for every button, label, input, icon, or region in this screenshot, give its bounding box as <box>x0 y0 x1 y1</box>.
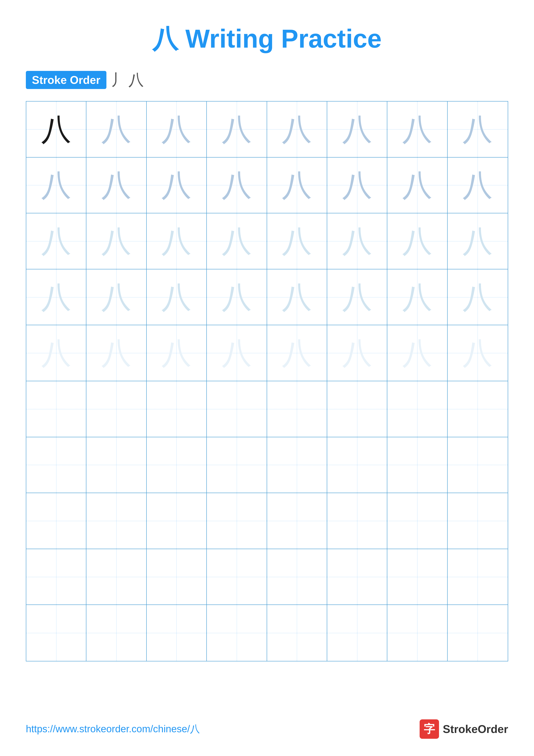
grid-cell[interactable]: 八 <box>387 213 447 269</box>
grid-cell[interactable] <box>447 381 508 437</box>
logo-icon: 字 <box>420 719 439 739</box>
grid-cell[interactable]: 八 <box>207 157 267 214</box>
grid-cell[interactable]: 八 <box>387 325 447 381</box>
grid-cell[interactable]: 八 <box>87 325 146 381</box>
grid-cell[interactable] <box>87 381 146 437</box>
grid-cell[interactable] <box>327 549 387 605</box>
grid-cell[interactable] <box>207 493 267 549</box>
grid-cell[interactable] <box>87 437 146 493</box>
grid-cell[interactable]: 八 <box>207 325 267 381</box>
practice-char: 八 <box>41 338 71 368</box>
grid-cell[interactable] <box>26 605 87 661</box>
grid-cell[interactable] <box>207 437 267 493</box>
practice-char: 八 <box>463 338 493 368</box>
practice-char: 八 <box>402 338 432 368</box>
grid-cell[interactable]: 八 <box>147 157 207 214</box>
stroke-2: 八 <box>128 69 144 90</box>
grid-cell[interactable]: 八 <box>26 157 87 214</box>
grid-cell[interactable] <box>87 549 146 605</box>
grid-cell[interactable] <box>447 437 508 493</box>
grid-cell[interactable] <box>207 605 267 661</box>
grid-cell[interactable] <box>87 493 146 549</box>
grid-cell[interactable] <box>147 605 207 661</box>
grid-cell[interactable]: 八 <box>387 157 447 214</box>
grid-cell[interactable]: 八 <box>327 213 387 269</box>
grid-cell[interactable] <box>447 493 508 549</box>
practice-char: 八 <box>463 170 493 200</box>
grid-cell[interactable]: 八 <box>447 325 508 381</box>
grid-cell[interactable]: 八 <box>26 213 87 269</box>
grid-cell[interactable] <box>327 381 387 437</box>
grid-cell[interactable]: 八 <box>447 101 508 157</box>
grid-cell[interactable] <box>327 605 387 661</box>
grid-cell[interactable]: 八 <box>26 269 87 325</box>
practice-char: 八 <box>342 226 372 256</box>
grid-cell[interactable] <box>147 437 207 493</box>
grid-cell[interactable]: 八 <box>26 101 87 157</box>
grid-cell[interactable] <box>207 549 267 605</box>
grid-cell[interactable]: 八 <box>207 101 267 157</box>
grid-cell[interactable] <box>26 493 87 549</box>
practice-char: 八 <box>282 170 312 200</box>
grid-cell[interactable] <box>26 381 87 437</box>
grid-cell[interactable]: 八 <box>447 157 508 214</box>
grid-cell[interactable] <box>26 437 87 493</box>
grid-cell[interactable] <box>267 381 327 437</box>
grid-cell[interactable] <box>26 549 87 605</box>
grid-cell[interactable]: 八 <box>267 157 327 214</box>
grid-cell[interactable]: 八 <box>327 325 387 381</box>
grid-cell[interactable] <box>447 549 508 605</box>
stroke-order-badge: Stroke Order <box>26 71 106 89</box>
grid-cell[interactable] <box>267 549 327 605</box>
grid-cell[interactable]: 八 <box>87 157 146 214</box>
grid-cell[interactable] <box>387 549 447 605</box>
grid-cell[interactable] <box>327 437 387 493</box>
grid-cell[interactable]: 八 <box>207 269 267 325</box>
grid-cell[interactable]: 八 <box>387 101 447 157</box>
grid-cell[interactable] <box>147 381 207 437</box>
grid-cell[interactable]: 八 <box>387 269 447 325</box>
grid-cell[interactable] <box>147 549 207 605</box>
grid-cell[interactable] <box>387 605 447 661</box>
grid-cell[interactable]: 八 <box>267 101 327 157</box>
grid-cell[interactable] <box>447 605 508 661</box>
grid-cell[interactable] <box>387 493 447 549</box>
practice-char: 八 <box>101 114 131 145</box>
grid-cell[interactable]: 八 <box>267 213 327 269</box>
grid-cell[interactable]: 八 <box>267 325 327 381</box>
grid-cell[interactable]: 八 <box>147 213 207 269</box>
practice-char: 八 <box>463 114 493 145</box>
grid-cell[interactable]: 八 <box>447 213 508 269</box>
grid-cell[interactable]: 八 <box>87 101 146 157</box>
footer-url[interactable]: https://www.strokeorder.com/chinese/八 <box>26 722 200 736</box>
grid-cell[interactable]: 八 <box>87 269 146 325</box>
logo-text: StrokeOrder <box>443 723 508 736</box>
grid-cell[interactable]: 八 <box>147 101 207 157</box>
grid-cell[interactable] <box>87 605 146 661</box>
grid-cell[interactable]: 八 <box>87 213 146 269</box>
practice-char: 八 <box>282 114 312 145</box>
grid-cell[interactable] <box>267 437 327 493</box>
grid-cell[interactable]: 八 <box>207 213 267 269</box>
grid-cell[interactable]: 八 <box>327 101 387 157</box>
practice-char: 八 <box>161 282 191 312</box>
grid-cell[interactable] <box>387 437 447 493</box>
grid-cell[interactable] <box>387 381 447 437</box>
footer-logo: 字 StrokeOrder <box>420 719 508 739</box>
grid-cell[interactable]: 八 <box>447 269 508 325</box>
practice-char: 八 <box>101 338 131 368</box>
practice-char: 八 <box>161 114 191 145</box>
grid-cell[interactable] <box>327 493 387 549</box>
grid-cell[interactable]: 八 <box>327 157 387 214</box>
grid-cell[interactable] <box>207 381 267 437</box>
practice-char: 八 <box>342 338 372 368</box>
practice-char: 八 <box>222 338 252 368</box>
grid-cell[interactable]: 八 <box>327 269 387 325</box>
grid-cell[interactable]: 八 <box>267 269 327 325</box>
grid-cell[interactable]: 八 <box>147 325 207 381</box>
grid-cell[interactable]: 八 <box>147 269 207 325</box>
grid-cell[interactable] <box>267 605 327 661</box>
grid-cell[interactable]: 八 <box>26 325 87 381</box>
grid-cell[interactable] <box>147 493 207 549</box>
grid-cell[interactable] <box>267 493 327 549</box>
